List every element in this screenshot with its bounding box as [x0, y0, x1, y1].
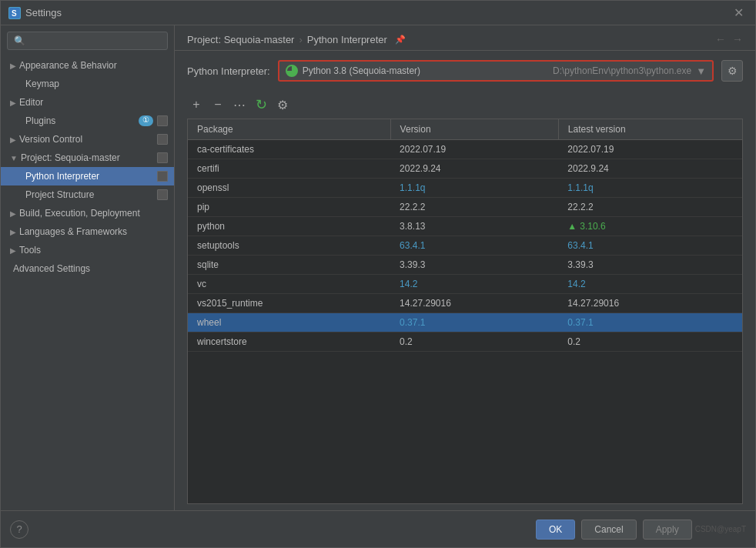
options-button[interactable]: ⚙ [273, 95, 292, 114]
arrow-icon: ▶ [10, 246, 16, 255]
close-button[interactable]: ✕ [729, 4, 748, 22]
package-latest-version: 0.2 [558, 332, 742, 352]
package-name: wheel [188, 313, 390, 332]
package-latest-version: 63.4.1 [558, 236, 742, 256]
package-latest-version: 14.27.29016 [558, 294, 742, 313]
vc-icons [156, 134, 168, 145]
nav-back-button[interactable]: ← [715, 33, 726, 45]
interpreter-name: Python 3.8 (Sequoia-master) [303, 65, 550, 76]
sidebar-item-advanced[interactable]: Advanced Settings [1, 259, 174, 278]
svg-text:S: S [12, 9, 17, 18]
sidebar-item-label: Editor [19, 97, 43, 108]
table-row[interactable]: wheel0.37.10.37.1 [188, 313, 742, 332]
arrow-icon: ▶ [10, 228, 16, 236]
breadcrumb: Project: Sequoia-master › Python Interpr… [175, 25, 755, 51]
refresh-button[interactable]: ↻ [252, 95, 270, 114]
package-latest-version: 22.2.2 [558, 198, 742, 217]
sidebar-item-label: Version Control [19, 134, 82, 145]
sidebar-item-editor[interactable]: ▶ Editor [1, 93, 174, 112]
arrow-icon: ▶ [10, 209, 16, 218]
package-table: Package Version Latest version ca-certif… [187, 119, 743, 504]
sidebar-item-version-control[interactable]: ▶ Version Control [1, 130, 174, 149]
sidebar-item-appearance[interactable]: ▶ Appearance & Behavior [1, 56, 174, 75]
gear-button[interactable]: ⚙ [721, 60, 743, 82]
table-row[interactable]: vs2015_runtime14.27.2901614.27.29016 [188, 294, 742, 313]
package-latest-version: ▲3.10.6 [558, 217, 742, 236]
package-version: 0.37.1 [390, 313, 558, 332]
package-name: vs2015_runtime [188, 294, 390, 313]
more-options-button[interactable]: ⋯ [230, 95, 249, 114]
page-icon [157, 115, 168, 126]
search-input[interactable] [28, 35, 161, 46]
table-row[interactable]: setuptools63.4.163.4.1 [188, 236, 742, 256]
table-row[interactable]: python3.8.13▲3.10.6 [188, 217, 742, 236]
package-version: 2022.9.24 [390, 159, 558, 179]
package-name: certifi [188, 159, 390, 179]
package-latest-version: 14.2 [558, 275, 742, 294]
title-bar: S Settings ✕ [1, 1, 755, 25]
package-name: ca-certificates [188, 140, 390, 159]
cancel-button[interactable]: Cancel [581, 520, 636, 540]
packages-area: + − ⋯ ↻ ⚙ Package Version Latest version [175, 91, 755, 510]
upgrade-arrow-icon: ▲ [567, 221, 577, 232]
sidebar-item-project-structure[interactable]: Project Structure [1, 185, 174, 204]
package-version: 3.8.13 [390, 217, 558, 236]
package-version: 22.2.2 [390, 198, 558, 217]
page-icon [157, 152, 168, 163]
bottom-actions: OK Cancel Apply [536, 520, 692, 540]
window-title: Settings [25, 7, 729, 18]
apply-button[interactable]: Apply [643, 520, 692, 540]
col-latest: Latest version [558, 119, 742, 140]
table-row[interactable]: wincertstore0.20.2 [188, 332, 742, 352]
table-row[interactable]: openssl1.1.1q1.1.1q [188, 179, 742, 198]
package-version: 0.2 [390, 332, 558, 352]
search-box[interactable]: 🔍 [7, 32, 168, 50]
sidebar-item-python-interpreter[interactable]: Python Interpreter [1, 167, 174, 185]
add-package-button[interactable]: + [187, 95, 206, 114]
interpreter-label: Python Interpreter: [187, 65, 270, 77]
sidebar-item-label: Tools [19, 245, 41, 256]
arrow-icon: ▶ [10, 135, 16, 144]
page-icon [157, 134, 168, 145]
package-name: wincertstore [188, 332, 390, 352]
sidebar-item-tools[interactable]: ▶ Tools [1, 241, 174, 259]
package-name: vc [188, 275, 390, 294]
package-latest-version: 3.39.3 [558, 256, 742, 275]
sidebar-item-keymap[interactable]: Keymap [1, 75, 174, 93]
nav-forward-button[interactable]: → [732, 33, 743, 45]
sidebar-item-label: Build, Execution, Deployment [19, 208, 140, 219]
package-name: python [188, 217, 390, 236]
col-package: Package [188, 119, 390, 140]
sidebar-item-label: Appearance & Behavior [19, 60, 117, 71]
package-version: 14.27.29016 [390, 294, 558, 313]
sidebar-item-build[interactable]: ▶ Build, Execution, Deployment [1, 204, 174, 222]
help-button[interactable]: ? [10, 520, 28, 539]
interpreter-status-icon [286, 65, 298, 77]
sidebar-item-label: Languages & Frameworks [19, 226, 127, 237]
table-row[interactable]: ca-certificates2022.07.192022.07.19 [188, 140, 742, 159]
search-icon: 🔍 [14, 35, 25, 46]
remove-package-button[interactable]: − [209, 95, 227, 114]
page-icon [157, 189, 168, 200]
table-row[interactable]: certifi2022.9.242022.9.24 [188, 159, 742, 179]
package-version: 2022.07.19 [390, 140, 558, 159]
table-row[interactable]: vc14.214.2 [188, 275, 742, 294]
sidebar-item-languages[interactable]: ▶ Languages & Frameworks [1, 222, 174, 241]
package-name: openssl [188, 179, 390, 198]
table-row[interactable]: sqlite3.39.33.39.3 [188, 256, 742, 275]
plugin-icons: ① [139, 115, 168, 126]
interpreter-path: D:\pythonEnv\python3\python.exe [553, 65, 691, 76]
pi-icons [156, 171, 168, 182]
sidebar-item-label: Advanced Settings [13, 263, 90, 274]
dropdown-arrow-icon: ▼ [696, 65, 706, 77]
breadcrumb-separator: › [299, 34, 302, 45]
ok-button[interactable]: OK [536, 520, 575, 540]
table-row[interactable]: pip22.2.222.2.2 [188, 198, 742, 217]
sidebar-item-plugins[interactable]: Plugins ① [1, 112, 174, 130]
breadcrumb-project: Project: Sequoia-master [187, 34, 294, 45]
package-toolbar: + − ⋯ ↻ ⚙ [187, 91, 743, 119]
watermark: CSDN@yeapT [695, 525, 746, 533]
interpreter-dropdown[interactable]: Python 3.8 (Sequoia-master) D:\pythonEnv… [278, 60, 714, 82]
package-name: sqlite [188, 256, 390, 275]
sidebar-item-project[interactable]: ▼ Project: Sequoia-master [1, 149, 174, 167]
